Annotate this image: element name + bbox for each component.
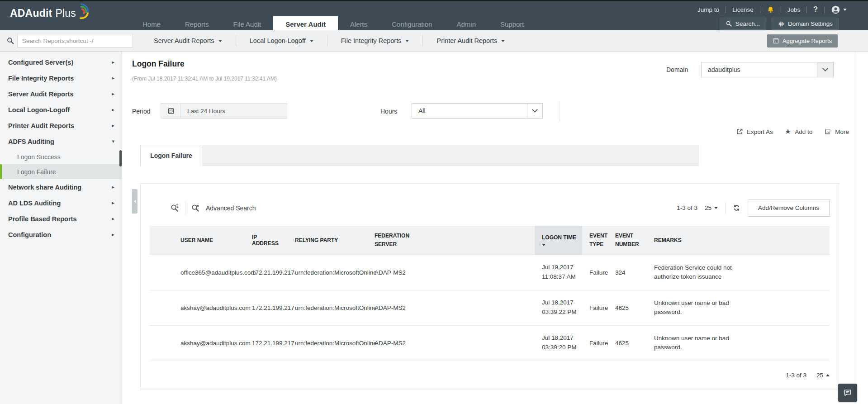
brand-name: ADAudit — [10, 7, 52, 19]
nav-item[interactable]: Alerts — [338, 16, 379, 32]
col-event-type[interactable]: EVENT TYPE — [582, 226, 608, 255]
cell-event-number: 4625 — [608, 290, 647, 325]
domain-select[interactable]: adauditplus — [701, 62, 834, 77]
adaudit-plus-app: ADAudit Plus Jump to License — [0, 0, 868, 404]
subnav-menu[interactable]: File Integrity Reports — [327, 35, 423, 46]
nav-item[interactable]: Admin — [444, 16, 488, 32]
subnav-menu[interactable]: Server Audit Reports — [140, 35, 236, 46]
nav-item[interactable]: File Audit — [221, 16, 274, 32]
sidebar-item[interactable]: Configured Server(s) ▸ — [0, 54, 122, 70]
cell-logon-time: Jul 18,2017 03:39:20 PM — [535, 325, 582, 361]
page-size-dropdown[interactable]: 25 — [705, 204, 718, 211]
subnav-menu[interactable]: Printer Audit Reports — [423, 35, 518, 46]
search-reports-input[interactable] — [17, 34, 133, 48]
subnav-menus: Server Audit Reports Local Logon-Logoff … — [140, 30, 518, 51]
col-relying-party[interactable]: RELYING PARTY — [288, 226, 367, 255]
star-icon: ★ — [785, 128, 791, 135]
search-button[interactable]: Search... — [720, 18, 766, 30]
expand-arrow-icon: ▸ — [112, 75, 114, 81]
expand-arrow-icon: ▸ — [112, 216, 114, 222]
export-as-button[interactable]: Export As — [736, 128, 773, 135]
jobs-link[interactable]: Jobs — [781, 6, 807, 13]
col-user-name[interactable]: USER NAME — [150, 226, 245, 255]
page-title: Logon Failure — [132, 59, 185, 69]
nav-item-label: File Audit — [233, 20, 261, 28]
hours-select[interactable]: All — [412, 103, 543, 119]
nav-item-label: Configuration — [392, 20, 432, 28]
sidebar-item[interactable]: Network share Auditing ▸ — [0, 179, 122, 195]
nav-item[interactable]: Server Audit — [273, 16, 338, 32]
license-link[interactable]: License — [726, 6, 760, 13]
logo-swirl-icon — [74, 2, 90, 20]
column-search-icon[interactable] — [171, 204, 179, 212]
advanced-search-icon[interactable] — [191, 204, 200, 212]
table-controls: 1-3 of 3 25 Add/Remove Columns — [677, 200, 830, 217]
divider — [855, 52, 855, 404]
cell-federation-server: ADAP-MS2 — [367, 325, 535, 361]
nav-item[interactable]: Configuration — [379, 16, 444, 32]
advanced-search-label[interactable]: Advanced Search — [206, 204, 256, 212]
subnav-menu-label: File Integrity Reports — [341, 37, 402, 44]
cell-remarks: Unknown user name or bad password. — [647, 290, 830, 325]
add-remove-columns-button[interactable]: Add/Remove Columns — [748, 200, 830, 217]
report-table-panel: Advanced Search 1-3 of 3 25 Ad — [140, 183, 839, 390]
chevron-down-icon — [527, 104, 542, 118]
cell-federation-server: ADAP-MS2 — [367, 290, 535, 325]
nav-item[interactable]: Home — [130, 16, 173, 32]
more-button[interactable]: More — [824, 128, 849, 135]
col-ip-address[interactable]: IP ADDRESS — [245, 226, 288, 255]
table-row: office365@adauditplus.com 172.21.199.217… — [150, 255, 830, 290]
sidebar-item-label: File Integrity Reports — [8, 75, 74, 82]
sidebar-item[interactable]: Logon Success — [0, 149, 122, 164]
sidebar-item-label: Configured Server(s) — [8, 59, 73, 66]
sidebar-item[interactable]: Printer Audit Reports ▸ — [0, 118, 122, 133]
sidebar-item[interactable]: ADFS Auditing ▾ — [0, 133, 122, 149]
nav-item[interactable]: Reports — [173, 16, 221, 32]
divider — [560, 101, 560, 121]
sidebar-item-label: Logon Failure — [17, 168, 56, 176]
user-menu[interactable] — [825, 5, 853, 14]
period-picker[interactable]: Last 24 Hours — [161, 103, 287, 119]
cell-remarks: Unknown user name or bad password. — [647, 325, 830, 361]
sidebar-item[interactable]: AD LDS Auditing ▸ — [0, 195, 122, 211]
sidebar-item[interactable]: Server Audit Reports ▸ — [0, 86, 122, 102]
sidebar-list: Configured Server(s) ▸ File Integrity Re… — [0, 52, 122, 242]
domain-settings-button[interactable]: Domain Settings — [772, 18, 839, 30]
divider — [185, 201, 185, 215]
col-federation-server[interactable]: FEDERATION SERVER — [367, 226, 535, 255]
sidebar-item[interactable]: Logon Failure — [0, 164, 122, 179]
cell-relying-party: urn:federation:MicrosoftOnline — [288, 325, 367, 361]
subnav-menu[interactable]: Local Logon-Logoff — [236, 35, 327, 46]
sidebar-item-label: Server Audit Reports — [8, 90, 74, 98]
subnav-menu-label: Printer Audit Reports — [436, 37, 497, 44]
tab-logon-failure[interactable]: Logon Failure — [140, 145, 202, 166]
nav-item[interactable]: Support — [488, 16, 536, 32]
notifications-bell-icon[interactable] — [760, 6, 781, 14]
cell-ip-address: 172.21.199.217 — [245, 325, 288, 361]
chevron-down-icon — [405, 40, 409, 42]
add-to-button[interactable]: ★ Add to — [785, 128, 812, 135]
sidebar-item[interactable]: File Integrity Reports ▸ — [0, 70, 122, 86]
refresh-button[interactable] — [733, 204, 740, 212]
aggregate-reports-button[interactable]: Aggregate Reports — [767, 34, 838, 48]
page-size-dropdown-bottom[interactable]: 25 — [816, 372, 830, 379]
nav-item-label: Reports — [185, 20, 209, 28]
brand-logo[interactable]: ADAudit Plus — [10, 6, 90, 20]
help-icon[interactable]: ? — [807, 5, 824, 14]
col-remarks[interactable]: REMARKS — [647, 226, 830, 255]
sidebar-item[interactable]: Configuration ▸ — [0, 227, 122, 242]
jump-to-link[interactable]: Jump to — [691, 6, 726, 13]
sidebar-item[interactable]: Local Logon-Logoff ▸ — [0, 102, 122, 118]
chevron-down-icon — [714, 207, 718, 209]
chat-bubble-icon — [843, 388, 852, 397]
cell-remarks: Federation Service could not authorize t… — [647, 255, 830, 290]
export-icon — [736, 128, 743, 135]
sidebar-scrollbar-thumb[interactable] — [119, 150, 122, 166]
feedback-button[interactable] — [838, 384, 857, 402]
col-logon-time-sorted[interactable]: LOGON TIME — [535, 226, 582, 255]
chevron-down-icon — [843, 9, 847, 11]
sidebar-collapse-handle[interactable] — [132, 189, 138, 214]
sidebar-item[interactable]: Profile Based Reports ▸ — [0, 211, 122, 227]
table-wrap: USER NAME IP ADDRESS RELYING PARTY FEDER… — [141, 226, 839, 361]
col-event-number[interactable]: EVENT NUMBER — [608, 226, 647, 255]
